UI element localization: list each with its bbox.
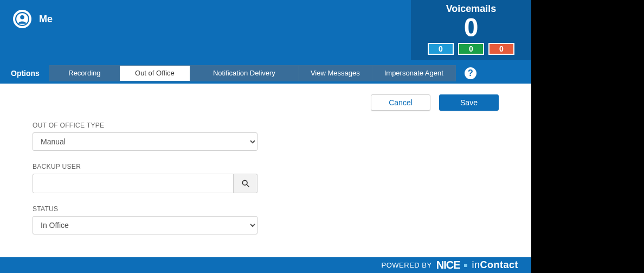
- tab-view-messages[interactable]: View Messages: [299, 65, 372, 81]
- brand-nice: NICE: [436, 259, 460, 271]
- brand-dot-icon: [464, 264, 467, 267]
- voicemails-panel: Voicemails 0 0 0 0: [411, 0, 531, 60]
- avatar[interactable]: [13, 10, 31, 28]
- user-label: Me: [39, 10, 53, 28]
- options-label: Options: [11, 69, 40, 78]
- cancel-button[interactable]: Cancel: [371, 94, 430, 111]
- header: Me Voicemails 0 0 0 0: [0, 0, 531, 63]
- voicemail-badges: 0 0 0: [416, 43, 526, 55]
- svg-line-3: [247, 185, 249, 187]
- status-label: STATUS: [33, 205, 257, 213]
- backup-user-search-button[interactable]: [234, 174, 257, 193]
- badge-blue[interactable]: 0: [428, 43, 454, 55]
- backup-user-label: BACKUP USER: [33, 163, 257, 170]
- save-button[interactable]: Save: [439, 94, 499, 111]
- status-select[interactable]: In Office: [33, 216, 257, 234]
- footer: POWERED BY NICE inContact: [0, 257, 531, 273]
- tab-out-of-office[interactable]: Out of Office: [120, 65, 190, 81]
- tab-recording[interactable]: Recording: [49, 65, 120, 81]
- content: Cancel Save OUT OF OFFICE TYPE Manual BA…: [0, 84, 531, 257]
- badge-green[interactable]: 0: [458, 43, 484, 55]
- search-icon: [241, 179, 250, 188]
- ooo-type-label: OUT OF OFFICE TYPE: [33, 122, 257, 129]
- brand-incontact: inContact: [472, 259, 518, 271]
- powered-by-text: POWERED BY: [382, 261, 432, 269]
- voicemails-count: 0: [416, 15, 526, 41]
- svg-point-1: [20, 15, 24, 20]
- backup-user-input[interactable]: [33, 174, 234, 193]
- help-icon[interactable]: ?: [465, 67, 476, 79]
- ooo-type-select[interactable]: Manual: [33, 132, 257, 151]
- tab-notification-delivery[interactable]: Notification Delivery: [190, 65, 299, 81]
- tab-impersonate-agent[interactable]: Impersonate Agent: [372, 65, 456, 81]
- tab-bar: Options Recording Out of Office Notifica…: [0, 63, 531, 84]
- user-icon: [15, 12, 29, 26]
- badge-red[interactable]: 0: [488, 43, 514, 55]
